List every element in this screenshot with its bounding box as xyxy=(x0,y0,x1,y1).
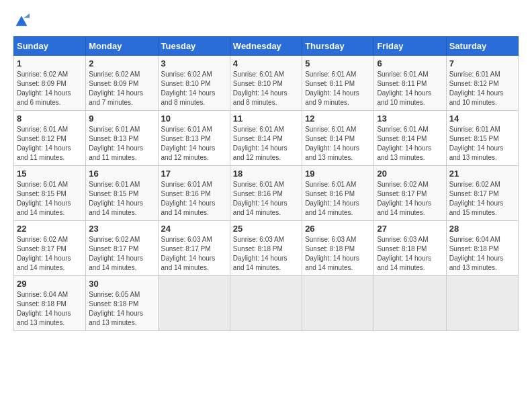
day-info: Sunrise: 6:01 AM Sunset: 8:13 PM Dayligh… xyxy=(161,125,227,163)
day-info: Sunrise: 6:01 AM Sunset: 8:11 PM Dayligh… xyxy=(305,70,371,107)
day-info: Sunrise: 6:01 AM Sunset: 8:14 PM Dayligh… xyxy=(233,125,299,163)
calendar-cell: 10 Sunrise: 6:01 AM Sunset: 8:13 PM Dayl… xyxy=(158,111,230,166)
day-info: Sunrise: 6:01 AM Sunset: 8:14 PM Dayligh… xyxy=(377,125,443,163)
day-number: 17 xyxy=(161,169,227,179)
calendar-cell: 23 Sunrise: 6:02 AM Sunset: 8:17 PM Dayl… xyxy=(86,221,158,276)
calendar-cell: 13 Sunrise: 6:01 AM Sunset: 8:14 PM Dayl… xyxy=(374,111,446,166)
day-info: Sunrise: 6:01 AM Sunset: 8:15 PM Dayligh… xyxy=(89,180,154,218)
calendar-cell: 30 Sunrise: 6:05 AM Sunset: 8:18 PM Dayl… xyxy=(86,276,158,331)
calendar-row-4: 29 Sunrise: 6:04 AM Sunset: 8:18 PM Dayl… xyxy=(14,276,519,331)
calendar-cell: 18 Sunrise: 6:01 AM Sunset: 8:16 PM Dayl… xyxy=(230,166,302,221)
header-row: Sunday Monday Tuesday Wednesday Thursday… xyxy=(14,37,519,56)
calendar-row-2: 15 Sunrise: 6:01 AM Sunset: 8:15 PM Dayl… xyxy=(14,166,519,221)
day-number: 15 xyxy=(17,169,83,179)
day-info: Sunrise: 6:02 AM Sunset: 8:17 PM Dayligh… xyxy=(449,180,515,218)
calendar-cell: 5 Sunrise: 6:01 AM Sunset: 8:11 PM Dayli… xyxy=(302,56,374,111)
calendar-cell xyxy=(158,276,230,331)
day-number: 26 xyxy=(305,224,371,234)
day-info: Sunrise: 6:02 AM Sunset: 8:09 PM Dayligh… xyxy=(17,70,83,107)
day-number: 1 xyxy=(17,58,83,68)
day-number: 28 xyxy=(449,224,515,234)
calendar-cell: 28 Sunrise: 6:04 AM Sunset: 8:18 PM Dayl… xyxy=(446,221,518,276)
day-number: 29 xyxy=(17,279,83,289)
calendar-cell: 24 Sunrise: 6:03 AM Sunset: 8:17 PM Dayl… xyxy=(158,221,230,276)
day-number: 7 xyxy=(449,58,515,68)
day-number: 3 xyxy=(161,58,227,68)
day-number: 10 xyxy=(161,113,227,124)
calendar-cell: 11 Sunrise: 6:01 AM Sunset: 8:14 PM Dayl… xyxy=(230,111,302,166)
day-info: Sunrise: 6:01 AM Sunset: 8:16 PM Dayligh… xyxy=(161,180,227,218)
calendar-cell xyxy=(374,276,446,331)
day-info: Sunrise: 6:01 AM Sunset: 8:14 PM Dayligh… xyxy=(305,125,371,163)
day-info: Sunrise: 6:01 AM Sunset: 8:13 PM Dayligh… xyxy=(89,125,154,163)
calendar-cell: 17 Sunrise: 6:01 AM Sunset: 8:16 PM Dayl… xyxy=(158,166,230,221)
day-info: Sunrise: 6:02 AM Sunset: 8:09 PM Dayligh… xyxy=(89,70,154,107)
header-tuesday: Tuesday xyxy=(158,37,230,56)
day-number: 2 xyxy=(89,58,154,68)
svg-marker-1 xyxy=(24,13,30,18)
day-info: Sunrise: 6:03 AM Sunset: 8:18 PM Dayligh… xyxy=(233,235,299,273)
calendar-row-0: 1 Sunrise: 6:02 AM Sunset: 8:09 PM Dayli… xyxy=(14,56,519,111)
calendar-cell: 2 Sunrise: 6:02 AM Sunset: 8:09 PM Dayli… xyxy=(86,56,158,111)
day-number: 9 xyxy=(89,113,154,124)
calendar-cell: 4 Sunrise: 6:01 AM Sunset: 8:10 PM Dayli… xyxy=(230,56,302,111)
day-number: 25 xyxy=(233,224,299,234)
day-number: 23 xyxy=(89,224,154,234)
calendar-cell: 12 Sunrise: 6:01 AM Sunset: 8:14 PM Dayl… xyxy=(302,111,374,166)
calendar-cell: 8 Sunrise: 6:01 AM Sunset: 8:12 PM Dayli… xyxy=(14,111,86,166)
day-info: Sunrise: 6:02 AM Sunset: 8:10 PM Dayligh… xyxy=(161,70,227,107)
day-info: Sunrise: 6:03 AM Sunset: 8:18 PM Dayligh… xyxy=(377,235,443,273)
day-info: Sunrise: 6:03 AM Sunset: 8:17 PM Dayligh… xyxy=(161,235,227,273)
calendar-cell: 25 Sunrise: 6:03 AM Sunset: 8:18 PM Dayl… xyxy=(230,221,302,276)
calendar-cell: 9 Sunrise: 6:01 AM Sunset: 8:13 PM Dayli… xyxy=(86,111,158,166)
header-saturday: Saturday xyxy=(446,37,518,56)
header-monday: Monday xyxy=(86,37,158,56)
day-number: 22 xyxy=(17,224,83,234)
calendar-cell: 29 Sunrise: 6:04 AM Sunset: 8:18 PM Dayl… xyxy=(14,276,86,331)
day-info: Sunrise: 6:03 AM Sunset: 8:18 PM Dayligh… xyxy=(305,235,371,273)
calendar-cell xyxy=(446,276,518,331)
day-info: Sunrise: 6:01 AM Sunset: 8:15 PM Dayligh… xyxy=(449,125,515,163)
calendar-cell: 20 Sunrise: 6:02 AM Sunset: 8:17 PM Dayl… xyxy=(374,166,446,221)
day-number: 14 xyxy=(449,113,515,124)
day-info: Sunrise: 6:04 AM Sunset: 8:18 PM Dayligh… xyxy=(449,235,515,273)
calendar-cell: 27 Sunrise: 6:03 AM Sunset: 8:18 PM Dayl… xyxy=(374,221,446,276)
logo-icon xyxy=(13,13,30,30)
day-number: 4 xyxy=(233,58,299,68)
calendar-cell: 6 Sunrise: 6:01 AM Sunset: 8:11 PM Dayli… xyxy=(374,56,446,111)
calendar-cell: 21 Sunrise: 6:02 AM Sunset: 8:17 PM Dayl… xyxy=(446,166,518,221)
day-number: 21 xyxy=(449,169,515,179)
day-info: Sunrise: 6:01 AM Sunset: 8:16 PM Dayligh… xyxy=(233,180,299,218)
day-number: 8 xyxy=(17,113,83,124)
calendar-cell: 26 Sunrise: 6:03 AM Sunset: 8:18 PM Dayl… xyxy=(302,221,374,276)
calendar-cell: 1 Sunrise: 6:02 AM Sunset: 8:09 PM Dayli… xyxy=(14,56,86,111)
day-info: Sunrise: 6:05 AM Sunset: 8:18 PM Dayligh… xyxy=(89,290,154,328)
header-sunday: Sunday xyxy=(14,37,86,56)
header-friday: Friday xyxy=(374,37,446,56)
day-info: Sunrise: 6:01 AM Sunset: 8:16 PM Dayligh… xyxy=(305,180,371,218)
day-number: 5 xyxy=(305,58,371,68)
day-info: Sunrise: 6:04 AM Sunset: 8:18 PM Dayligh… xyxy=(17,290,83,328)
day-number: 13 xyxy=(377,113,443,124)
calendar-row-1: 8 Sunrise: 6:01 AM Sunset: 8:12 PM Dayli… xyxy=(14,111,519,166)
day-number: 11 xyxy=(233,113,299,124)
calendar-cell xyxy=(230,276,302,331)
day-info: Sunrise: 6:02 AM Sunset: 8:17 PM Dayligh… xyxy=(377,180,443,218)
day-number: 24 xyxy=(161,224,227,234)
day-info: Sunrise: 6:01 AM Sunset: 8:15 PM Dayligh… xyxy=(17,180,83,218)
header-thursday: Thursday xyxy=(302,37,374,56)
calendar-cell: 7 Sunrise: 6:01 AM Sunset: 8:12 PM Dayli… xyxy=(446,56,518,111)
calendar-cell xyxy=(302,276,374,331)
day-info: Sunrise: 6:02 AM Sunset: 8:17 PM Dayligh… xyxy=(89,235,154,273)
day-number: 20 xyxy=(377,169,443,179)
calendar-cell: 3 Sunrise: 6:02 AM Sunset: 8:10 PM Dayli… xyxy=(158,56,230,111)
calendar-cell: 15 Sunrise: 6:01 AM Sunset: 8:15 PM Dayl… xyxy=(14,166,86,221)
calendar-table: Sunday Monday Tuesday Wednesday Thursday… xyxy=(13,36,519,331)
day-number: 18 xyxy=(233,169,299,179)
day-info: Sunrise: 6:01 AM Sunset: 8:12 PM Dayligh… xyxy=(449,70,515,107)
day-number: 19 xyxy=(305,169,371,179)
day-info: Sunrise: 6:01 AM Sunset: 8:12 PM Dayligh… xyxy=(17,125,83,163)
day-number: 27 xyxy=(377,224,443,234)
calendar-cell: 19 Sunrise: 6:01 AM Sunset: 8:16 PM Dayl… xyxy=(302,166,374,221)
day-number: 30 xyxy=(89,279,154,289)
